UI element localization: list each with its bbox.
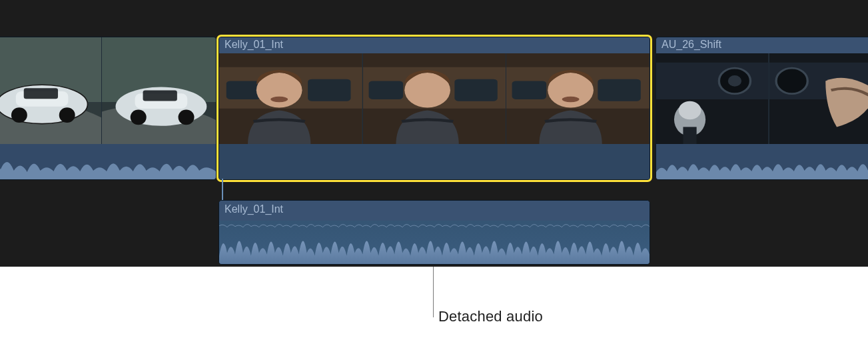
svg-point-13 — [179, 110, 195, 125]
svg-rect-29 — [598, 79, 641, 101]
video-clip[interactable] — [0, 37, 217, 180]
svg-rect-39 — [683, 127, 696, 145]
svg-rect-24 — [454, 79, 497, 101]
svg-rect-14 — [143, 90, 177, 101]
svg-point-32 — [562, 97, 580, 102]
thumbnail-frame — [101, 37, 216, 145]
clip-audio-strip — [0, 144, 216, 179]
stage: Kelly_01_Int — [0, 0, 868, 342]
thumbnail-frame — [506, 53, 650, 145]
video-clip[interactable]: AU_26_Shift — [655, 37, 868, 180]
svg-rect-18 — [308, 79, 350, 101]
svg-point-21 — [270, 97, 288, 102]
clip-title: Kelly_01_Int — [219, 37, 650, 53]
audio-waveform — [219, 221, 650, 264]
clip-title: AU_26_Shift — [656, 37, 868, 53]
thumbnail-frame — [656, 53, 769, 145]
detached-audio-clip[interactable]: Kelly_01_Int — [218, 200, 650, 265]
primary-storyline: Kelly_01_Int — [0, 37, 868, 180]
svg-point-12 — [131, 110, 147, 125]
thumbnail-frame — [219, 53, 362, 145]
svg-rect-33 — [219, 144, 650, 179]
thumbnail-frame — [362, 53, 506, 145]
svg-point-37 — [728, 75, 741, 87]
annotation-area: Detached audio — [0, 267, 868, 342]
svg-point-6 — [59, 107, 75, 123]
thumbnail-frame — [0, 37, 101, 145]
timeline[interactable]: Kelly_01_Int — [0, 0, 868, 288]
svg-rect-7 — [24, 88, 58, 99]
svg-rect-25 — [368, 81, 403, 99]
callout-leader-line — [433, 267, 434, 317]
svg-point-43 — [776, 68, 807, 94]
clip-thumbnails — [0, 37, 216, 145]
audio-clip-title: Kelly_01_Int — [219, 201, 650, 221]
clip-audio-strip-empty — [219, 144, 650, 179]
callout-label: Detached audio — [438, 308, 543, 325]
clip-thumbnails — [656, 53, 868, 145]
clip-audio-strip — [656, 144, 868, 179]
svg-rect-19 — [226, 81, 261, 99]
clip-thumbnails — [219, 53, 650, 145]
svg-point-5 — [11, 107, 27, 123]
svg-rect-30 — [512, 81, 547, 99]
connected-clips-lane: Kelly_01_Int — [0, 200, 868, 267]
svg-point-40 — [679, 101, 701, 120]
thumbnail-frame — [769, 53, 869, 145]
video-clip-selected[interactable]: Kelly_01_Int — [218, 37, 650, 180]
